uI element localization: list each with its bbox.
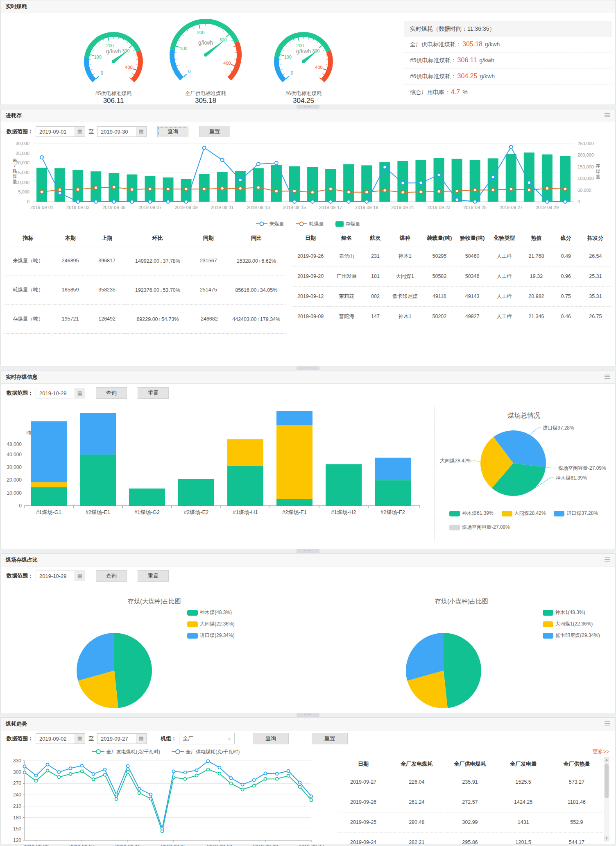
reset-button[interactable]: 重置 [138,570,169,582]
panel-resize-handle[interactable]: ····· [297,366,319,370]
calendar-icon[interactable]: ▦ [136,734,146,744]
column-header: 全厂供电煤耗 [443,756,496,772]
panel-resize-handle[interactable]: ····· [297,105,319,109]
query-button[interactable]: 查询 [253,733,289,744]
unit-select[interactable]: 全厂 ∨ [179,733,235,744]
down-arrow-icon: ↓ [160,258,163,264]
table-cell: 195721 [52,305,88,334]
table-row: 2019-09-09普陀海147神木15020249927人工样21.3460.… [292,307,612,327]
reset-button[interactable]: 重置 [199,126,230,137]
svg-text:10,000: 10,000 [7,490,22,496]
legend-item[interactable]: 来煤量 [256,221,284,227]
calendar-icon[interactable]: ▦ [75,571,85,581]
svg-text:2019-09-07: 2019-09-07 [69,844,95,846]
svg-text:240: 240 [13,792,21,798]
calendar-icon[interactable]: ▦ [75,734,85,744]
small-coal-pie-block: 存煤(小煤种)占比图 神木1(48.3%)大同煤1(22.36%)低卡印尼煤(2… [308,585,615,713]
legend-item[interactable]: 大同煤1(22.36%) [543,621,600,628]
panel-storage-header: 实时存煤信息 [1,371,615,384]
trend-chart-svg: 1201501802102402703003302019-09-032019-0… [1,757,328,846]
table-cell: 1431 [497,812,550,832]
svg-text:2019-09-19: 2019-09-19 [207,844,232,846]
scroll-down-icon[interactable]: ▼ [604,836,609,841]
legend-item[interactable]: 进口煤37.28% [554,510,598,517]
date-to-input[interactable] [97,127,136,136]
table-cell: 26.75 [579,307,612,327]
panel-menu-icon[interactable] [605,557,610,562]
table-cell: 147 [364,307,387,327]
scroll-thumb[interactable] [605,764,609,798]
legend-item[interactable]: 神木1(48.3%) [543,609,600,616]
column-header: 挥发分 [579,230,612,246]
date-from-input[interactable] [36,734,75,743]
date-input[interactable] [36,571,75,580]
table-cell: 235.91 [443,772,496,792]
gauge-svg: 0100200300400g/kwh#6供电标准煤耗304.25 [256,25,351,107]
panel-resize-handle[interactable]: ····· [297,713,319,717]
date-input[interactable] [36,389,75,398]
reset-button[interactable]: 重置 [312,733,348,744]
legend-item[interactable]: 大同煤28.42% [502,510,546,517]
calendar-icon[interactable]: ▦ [75,388,85,398]
table-cell: 246895 [52,246,88,275]
table-cell: 2019-09-25 [337,812,390,832]
date-to-input[interactable] [97,734,136,743]
panel-title: 实时煤耗 [6,3,27,9]
table-cell: 165859 [52,275,88,305]
svg-text:2019-09-05: 2019-09-05 [102,205,125,210]
table-cell: 26.54 [579,246,612,266]
panel-resize-handle[interactable]: ····· [297,549,319,553]
legend-item[interactable]: 全厂发电煤耗(克/千瓦时) [92,748,160,755]
pie-slice[interactable] [114,633,152,708]
svg-text:330: 330 [13,758,21,764]
calendar-icon[interactable]: ▦ [136,127,146,136]
jhc-filter-bar: 数据范围： ▦ 至 ▦ 查询 重置 [1,122,615,141]
legend-item[interactable]: 神木煤(48.3%) [187,609,235,616]
legend-item[interactable]: 大同煤(22.36%) [187,621,235,628]
panel-title: 进耗存 [6,112,22,118]
date-wrap: ▦ [36,571,85,581]
table-cell: 人工样 [489,307,520,327]
table-cell: 存煤量（吨） [4,305,52,334]
panel-menu-icon[interactable] [605,721,610,726]
scroll-up-icon[interactable]: ▲ [604,757,609,763]
legend-item[interactable]: 进口煤(29.34%) [187,632,235,639]
panel-coal-trend: 煤耗趋势 数据范围： ▦ 至 ▦ 机组： 全厂 ∨ 查询 重置 全厂发电 [0,717,616,844]
table-cell: 19.32 [520,266,553,287]
trend-body: 全厂发电煤耗(克/千瓦时)全厂供电煤耗(克/千瓦时) 1201501802102… [1,747,615,846]
panel-menu-icon[interactable] [605,113,610,118]
legend-item[interactable]: 耗煤量 [296,221,324,227]
panel-menu-icon[interactable] [605,375,610,379]
table-row: 2019-09-25290.48302.991431552.9 [337,812,603,832]
date-from-input[interactable] [36,127,75,136]
panel-title: 煤耗趋势 [6,721,27,727]
svg-text:2019-09-03: 2019-09-03 [23,844,49,846]
down-arrow-icon: ↓ [160,287,163,293]
svg-text:180: 180 [13,815,21,821]
legend-item[interactable]: 低卡印尼煤(29.34%) [543,632,600,639]
legend-item[interactable]: 煤场空闲容量-27.09% [449,524,510,531]
svg-text:0: 0 [291,70,293,75]
table-cell: 50346 [456,266,489,287]
query-button[interactable]: 查询 [96,570,127,582]
query-button[interactable]: 查询 [157,126,188,137]
legend-item[interactable]: 存煤量 [335,221,360,227]
calendar-icon[interactable]: ▦ [75,127,85,136]
realtime-info-title: 实时煤耗（数据时间：11:36:35） [404,21,612,36]
more-link[interactable]: 更多>> [337,748,609,756]
svg-text:300: 300 [13,769,21,775]
svg-text:30,000: 30,000 [16,141,29,146]
pie-slice[interactable] [444,633,481,708]
svg-text:25,000: 25,000 [16,151,29,156]
query-button[interactable]: 查询 [96,387,127,399]
info-value: 4.7 [451,89,460,96]
legend-item[interactable]: 全厂供电煤耗(克/千瓦时) [172,748,240,755]
legend-item[interactable]: 神木煤61.39% [449,510,494,517]
reset-button[interactable]: 重置 [138,387,169,399]
svg-text:270: 270 [13,780,21,786]
gauge-unit5: 0100200300400g/kwh#5供电标准煤耗306.11 [66,25,161,108]
table-cell: 192376.00↓53.70% [125,275,190,305]
scrollbar[interactable]: ▲ ▼ [604,757,609,841]
info-row-aux-rate: 综合厂用电率：4.7 % [404,84,612,100]
up-arrow-icon: ↑ [257,316,260,322]
